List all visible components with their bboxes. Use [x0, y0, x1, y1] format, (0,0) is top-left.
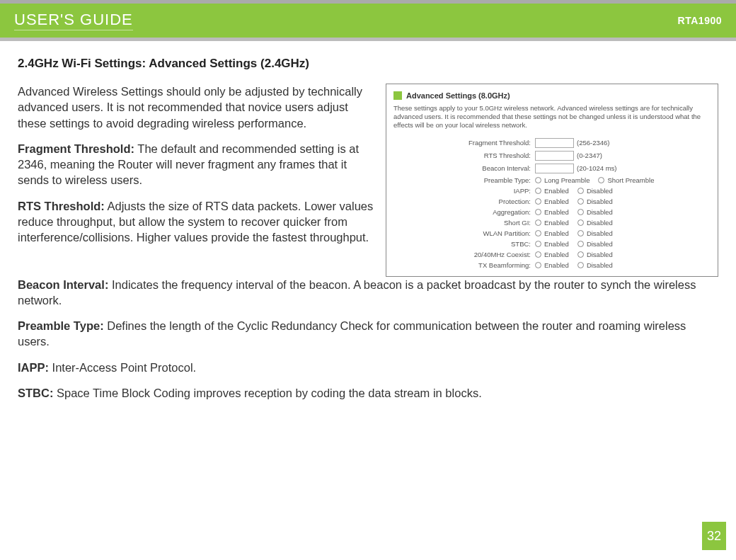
guide-title: USER'S GUIDE [14, 11, 133, 30]
radio-label: Disabled [587, 208, 613, 216]
panel-row: WLAN Partition:EnabledDisabled [393, 229, 711, 237]
radio-option[interactable] [577, 262, 584, 268]
panel-row-control: EnabledDisabled [535, 229, 619, 237]
model-number: RTA1900 [678, 15, 722, 26]
below-content: Beacon Interval: Indicates the frequency… [0, 277, 736, 401]
radio-label: Disabled [587, 198, 613, 205]
term-label: Preamble Type: [18, 319, 104, 332]
definition-stbc: STBC: Space Time Block Coding improves r… [18, 385, 718, 401]
definition-rts-threshold: RTS Threshold: Adjusts the size of RTS d… [18, 198, 376, 246]
radio-label: Enabled [544, 251, 569, 258]
term-text: Inter-Access Point Protocol. [49, 361, 196, 374]
radio-label: Disabled [587, 229, 613, 237]
panel-row-label: Fragment Threshold: [393, 139, 535, 147]
radio-option[interactable] [577, 219, 584, 226]
settings-panel: Advanced Settings (8.0GHz) These setting… [386, 84, 718, 277]
panel-row-label: 20/40MHz Coexist: [393, 251, 535, 258]
panel-row-label: Short GI: [393, 219, 535, 227]
radio-label: Enabled [544, 198, 569, 205]
radio-option[interactable] [535, 241, 541, 247]
definition-beacon-interval: Beacon Interval: Indicates the frequency… [18, 277, 718, 309]
radio-option[interactable] [577, 188, 584, 194]
panel-row-label: WLAN Partition: [393, 229, 535, 237]
term-label: Beacon Interval: [18, 278, 108, 291]
panel-row-control: EnabledDisabled [535, 251, 619, 258]
radio-option[interactable] [535, 230, 541, 236]
radio-label: Long Preamble [544, 176, 590, 184]
radio-option[interactable] [535, 251, 541, 258]
radio-option[interactable] [577, 230, 584, 236]
panel-row-control: (0-2347) [535, 151, 602, 161]
radio-label: Enabled [544, 261, 569, 269]
panel-row-label: Protection: [393, 198, 535, 205]
panel-row: Short GI:EnabledDisabled [393, 219, 711, 227]
radio-option[interactable] [535, 198, 541, 205]
radio-label: Disabled [587, 187, 613, 195]
term-text: Indicates the frequency interval of the … [18, 278, 696, 307]
panel-row-label: RTS Threshold: [393, 152, 535, 159]
panel-hint: (0-2347) [577, 152, 602, 159]
panel-row-control: (256-2346) [535, 138, 609, 148]
panel-row: Protection:EnabledDisabled [393, 198, 711, 205]
definition-iapp: IAPP: Inter-Access Point Protocol. [18, 360, 718, 375]
panel-row: IAPP:EnabledDisabled [393, 187, 711, 195]
panel-hint: (256-2346) [577, 139, 609, 147]
main-content: 2.4GHz Wi-Fi Settings: Advanced Settings… [0, 41, 736, 277]
radio-option[interactable] [577, 209, 584, 215]
radio-option[interactable] [535, 177, 541, 183]
panel-row-control: EnabledDisabled [535, 187, 619, 195]
radio-label: Enabled [544, 240, 569, 248]
radio-label: Short Preamble [607, 176, 654, 184]
term-label: IAPP: [18, 361, 49, 374]
radio-label: Disabled [587, 261, 613, 269]
panel-row: 20/40MHz Coexist:EnabledDisabled [393, 251, 711, 258]
panel-row-label: Beacon Interval: [393, 164, 535, 172]
radio-option[interactable] [577, 198, 584, 205]
panel-row-control: EnabledDisabled [535, 261, 619, 269]
right-column: Advanced Settings (8.0GHz) These setting… [386, 84, 718, 277]
panel-description: These settings apply to your 5.0GHz wire… [393, 104, 711, 130]
radio-label: Disabled [587, 240, 613, 248]
radio-option[interactable] [535, 188, 541, 194]
panel-square-icon [393, 91, 402, 100]
panel-row-label: IAPP: [393, 187, 535, 195]
panel-row-control: (20-1024 ms) [535, 164, 617, 173]
term-label: STBC: [18, 387, 53, 399]
radio-label: Enabled [544, 187, 569, 195]
intro-paragraph: Advanced Wireless Settings should only b… [18, 84, 376, 131]
panel-row-control: EnabledDisabled [535, 219, 619, 227]
text-input[interactable] [535, 164, 574, 173]
panel-row: Aggregation:EnabledDisabled [393, 208, 711, 216]
term-label: Fragment Threshold: [18, 142, 134, 155]
panel-row-label: Aggregation: [393, 208, 535, 216]
definition-preamble-type: Preamble Type: Defines the length of the… [18, 318, 718, 350]
radio-label: Enabled [544, 208, 569, 216]
panel-row: STBC:EnabledDisabled [393, 240, 711, 248]
panel-row-label: STBC: [393, 240, 535, 248]
page-number: 32 [702, 522, 726, 550]
term-text: Defines the length of the Cyclic Redunda… [18, 319, 686, 348]
radio-option[interactable] [598, 177, 604, 183]
panel-hint: (20-1024 ms) [577, 164, 617, 172]
left-column: Advanced Wireless Settings should only b… [18, 84, 376, 277]
term-label: RTS Threshold: [18, 200, 105, 212]
radio-option[interactable] [577, 241, 584, 247]
radio-option[interactable] [577, 251, 584, 258]
text-input[interactable] [535, 151, 574, 161]
radio-option[interactable] [535, 219, 541, 226]
panel-row: TX Beamforming:EnabledDisabled [393, 261, 711, 269]
radio-label: Disabled [587, 251, 613, 258]
panel-row-label: TX Beamforming: [393, 261, 535, 269]
panel-row: RTS Threshold:(0-2347) [393, 151, 711, 161]
panel-row-control: EnabledDisabled [535, 198, 619, 205]
text-input[interactable] [535, 138, 574, 148]
term-text: Space Time Block Coding improves recepti… [53, 387, 481, 399]
panel-row-control: EnabledDisabled [535, 208, 619, 216]
panel-title: Advanced Settings (8.0GHz) [406, 91, 510, 100]
radio-label: Enabled [544, 219, 569, 227]
radio-label: Enabled [544, 229, 569, 237]
radio-option[interactable] [535, 262, 541, 268]
radio-label: Disabled [587, 219, 613, 227]
radio-option[interactable] [535, 209, 541, 215]
panel-row: Beacon Interval:(20-1024 ms) [393, 164, 711, 173]
